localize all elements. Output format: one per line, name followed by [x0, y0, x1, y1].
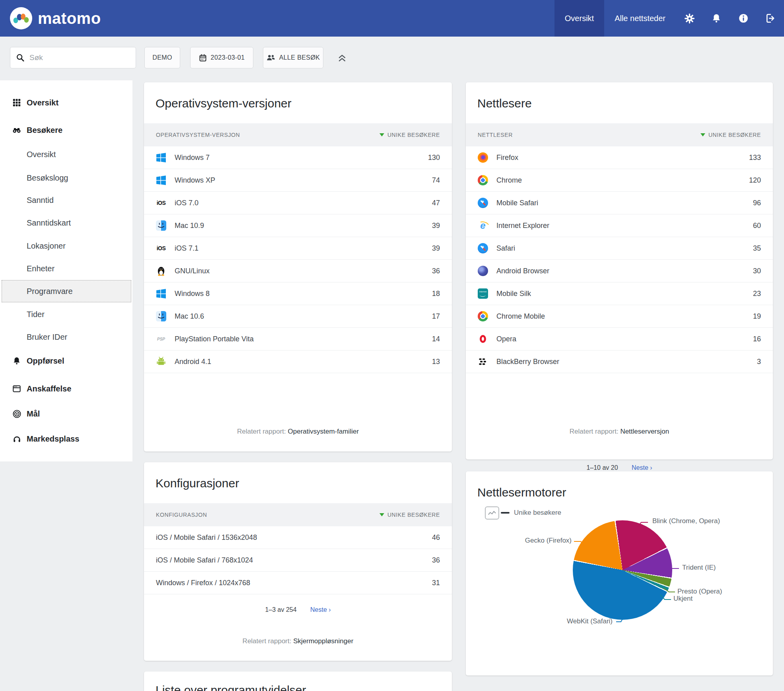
row-label: Mac 10.9 [175, 222, 204, 230]
table-row[interactable]: eInternet Explorer60 [466, 214, 773, 237]
matomo-logo-icon [10, 7, 32, 29]
sidebar-item-oversikt[interactable]: Oversikt [0, 143, 132, 165]
table-row[interactable]: Opera16 [466, 328, 773, 350]
windows-icon [156, 288, 166, 299]
sidebar-item-programvare[interactable]: Programvare [2, 280, 131, 302]
chart-type-button[interactable] [485, 506, 499, 520]
os-sort-header[interactable]: UNIKE BESØKERE [379, 132, 440, 138]
blackberry-icon [478, 356, 488, 367]
search-input[interactable] [29, 53, 130, 62]
table-row[interactable]: Windows / Firefox / 1024x76831 [144, 572, 452, 594]
sidebar-item-lokasjoner[interactable]: Lokasjoner [0, 235, 132, 257]
sidebar-item-label: Enheter [27, 264, 54, 273]
sidebar-item-bes-kslogg[interactable]: Besøkslogg [0, 167, 132, 189]
os-column-header[interactable]: OPERATIVSYSTEM-VERSJON [156, 132, 240, 138]
table-row[interactable]: iOS / Mobile Safari / 768x102436 [144, 549, 452, 572]
sidebar-item-tider[interactable]: Tider [0, 303, 132, 325]
related-link[interactable]: Skjermoppløsninger [293, 637, 353, 645]
tab-oversikt[interactable]: Oversikt [554, 0, 604, 37]
logout-button[interactable] [757, 0, 784, 37]
row-label: Internet Explorer [496, 222, 549, 230]
bell-icon [711, 13, 722, 23]
row-value: 60 [753, 222, 761, 230]
matomo-logo[interactable]: matomo [10, 7, 101, 29]
table-row[interactable]: iOSiOS 7.047 [144, 192, 452, 214]
site-selector-label: DEMO [152, 54, 172, 61]
notifications-button[interactable] [703, 0, 730, 37]
table-row[interactable]: Chrome Mobile19 [466, 305, 773, 328]
browser-column-header[interactable]: NETTLESER [478, 132, 513, 138]
browser-engines-pie-chart[interactable] [573, 520, 672, 620]
sidebar-item-m-l[interactable]: Mål [0, 403, 132, 425]
sidebar-item-sanntidskart[interactable]: Sanntidskart [0, 212, 132, 234]
config-table-body: iOS / Mobile Safari / 1536x204846iOS / M… [144, 526, 452, 594]
table-row[interactable]: Mobile Safari96 [466, 192, 773, 214]
sidebar-item-oversikt[interactable]: Oversikt [0, 91, 132, 114]
table-row[interactable]: GNU/Linux36 [144, 260, 452, 282]
silk-icon [478, 288, 488, 299]
ios-icon: iOS [156, 243, 166, 253]
related-link[interactable]: Operativsystem-familier [288, 428, 359, 435]
search-box[interactable] [10, 47, 136, 68]
table-row[interactable]: Firefox133 [466, 146, 773, 169]
sidebar-item-label: Mål [27, 409, 40, 418]
browser-sort-header[interactable]: UNIKE BESØKERE [700, 132, 761, 138]
sidebar-item-bes-kere[interactable]: Besøkere [0, 119, 132, 141]
config-sort-header[interactable]: UNIKE BESØKERE [379, 512, 440, 518]
next-page-link[interactable]: Neste › [310, 606, 331, 613]
matomo-dashboard: matomo Oversikt Alle nettsteder [0, 0, 784, 691]
sort-desc-icon [700, 133, 705, 136]
row-value: 46 [432, 533, 440, 542]
browsers-card-title: Nettlesere [477, 97, 532, 110]
row-value: 31 [432, 579, 440, 587]
table-row[interactable]: Windows 7130 [144, 146, 452, 169]
help-button[interactable] [730, 0, 757, 37]
row-label: Android Browser [496, 267, 549, 275]
next-page-link[interactable]: Neste › [632, 464, 652, 471]
related-link[interactable]: Nettleserversjon [620, 428, 669, 435]
row-value: 39 [432, 244, 440, 253]
plugins-card-title: Liste over programutvidelser [156, 683, 306, 691]
collapse-filterbar-button[interactable] [336, 52, 348, 64]
row-label: Mac 10.6 [175, 312, 204, 321]
table-row[interactable]: Mobile Silk23 [466, 282, 773, 305]
date-range-button[interactable]: 2023-03-01 [190, 47, 253, 68]
config-column-header[interactable]: KONFIGURASJON [156, 512, 207, 518]
site-selector-button[interactable]: DEMO [144, 47, 180, 68]
sidebar-item-sanntid[interactable]: Sanntid [0, 189, 132, 211]
table-row[interactable]: iOSiOS 7.139 [144, 237, 452, 260]
chrome-icon [478, 175, 488, 185]
os-related-report: Relatert rapport: Operativsystem-familie… [144, 428, 452, 436]
segment-selector-button[interactable]: ALLE BESØK [263, 47, 323, 68]
row-label: GNU/Linux [175, 267, 210, 275]
tab-alle-nettsteder[interactable]: Alle nettsteder [604, 0, 676, 37]
table-row[interactable]: Chrome120 [466, 169, 773, 192]
sidebar-item-anskaffelse[interactable]: Anskaffelse [0, 378, 132, 400]
table-row[interactable]: Mac 10.617 [144, 305, 452, 328]
row-value: 16 [753, 335, 761, 343]
table-row[interactable]: iOS / Mobile Safari / 1536x204846 [144, 526, 452, 549]
pie-slice-label: Trident (IE) [682, 564, 716, 572]
row-label: Chrome [496, 176, 522, 185]
row-value: 120 [749, 176, 761, 185]
row-value: 23 [753, 290, 761, 298]
sidebar-item-oppf-rsel[interactable]: Oppførsel [0, 350, 132, 372]
pie-slice-label: Gecko (Firefox) [524, 537, 572, 545]
table-row[interactable]: Windows XP74 [144, 169, 452, 192]
psp-icon: PSP [156, 334, 166, 344]
sidebar-item-enheter[interactable]: Enheter [0, 257, 132, 280]
config-table-header: KONFIGURASJON UNIKE BESØKERE [144, 503, 452, 526]
table-row[interactable]: Windows 818 [144, 282, 452, 305]
table-row[interactable]: PSPPlayStation Portable Vita14 [144, 328, 452, 350]
settings-button[interactable] [676, 0, 703, 37]
sidebar-item-markedsplass[interactable]: Markedsplass [0, 428, 132, 450]
table-row[interactable]: BlackBerry Browser3 [466, 350, 773, 373]
table-row[interactable]: Android 4.113 [144, 350, 452, 373]
row-value: 17 [432, 312, 440, 321]
table-row[interactable]: Android Browser30 [466, 260, 773, 282]
row-label: Firefox [496, 154, 518, 162]
sidebar-item-bruker-ider[interactable]: Bruker IDer [0, 326, 132, 348]
table-row[interactable]: Safari35 [466, 237, 773, 260]
row-value: 13 [432, 358, 440, 366]
table-row[interactable]: Mac 10.939 [144, 214, 452, 237]
